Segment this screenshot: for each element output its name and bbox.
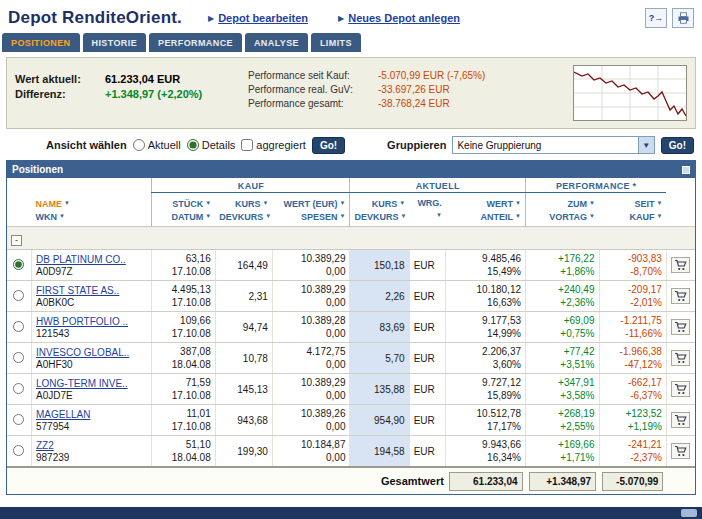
header-tools: ?→ <box>645 8 694 28</box>
tab-historie[interactable]: HISTORIE <box>83 33 147 52</box>
group-collapse-row: - <box>7 227 695 250</box>
arrow-right-icon: ▶ <box>208 14 214 23</box>
zum-vortag-value: +176,22 <box>530 252 594 265</box>
column-header-wert-spesen[interactable]: WERT (EUR)▼ SPESEN▼ <box>272 193 350 227</box>
select-position-radio[interactable] <box>13 290 24 301</box>
seit-kauf-value: +123,52 <box>604 407 662 420</box>
position-wkn: 577954 <box>36 421 147 432</box>
view-options-row: Ansicht wählen Aktuell Details aggregier… <box>46 136 694 154</box>
position-row: MAGELLAN577954 11,0117.10.08 943,68 10.3… <box>7 405 695 436</box>
position-name-link[interactable]: ZZ2 <box>36 440 54 451</box>
sort-icon: ▼ <box>205 200 211 206</box>
radio-details[interactable]: Details <box>187 139 236 151</box>
column-header-seit-kauf[interactable]: SEIT▼ KAUF▼ <box>599 193 666 227</box>
waehrung-value: EUR <box>409 281 446 312</box>
sort-icon: ▼ <box>265 213 271 219</box>
position-name-link[interactable]: MAGELLAN <box>36 409 90 420</box>
gruppieren-select[interactable]: Keine Gruppierung ▼ <box>452 136 654 154</box>
order-cart-icon[interactable] <box>671 257 690 273</box>
wert-kauf-value: 10.389,29 <box>277 252 346 265</box>
checkbox-aggregiert[interactable]: aggregiert <box>241 139 306 151</box>
select-position-radio[interactable] <box>13 383 24 394</box>
select-position-radio[interactable] <box>13 445 24 456</box>
tab-positionen[interactable]: POSITIONEN <box>2 33 80 52</box>
performance-chart-thumbnail <box>573 65 687 121</box>
seit-kauf-pct: -2,37% <box>604 451 662 464</box>
position-name-link[interactable]: INVESCO GLOBAL.. <box>36 347 129 358</box>
position-wkn: 987239 <box>36 452 147 463</box>
position-name-link[interactable]: HWB PORTFOLIO .. <box>36 316 128 327</box>
differenz-value: +1.348,97 (+2,20%) <box>105 88 202 100</box>
select-position-radio[interactable] <box>13 352 24 363</box>
stueck-value: 4.495,13 <box>156 283 210 296</box>
seit-kauf-pct: -47,12% <box>604 358 662 371</box>
position-name-link[interactable]: DB PLATINUM CO.. <box>36 254 126 265</box>
column-header-zum-vortag[interactable]: ZUM▼ VORTAG▼ <box>526 193 599 227</box>
column-group-kauf: KAUF <box>152 178 350 193</box>
stueck-value: 63,16 <box>156 252 210 265</box>
order-cart-icon[interactable] <box>671 443 690 459</box>
column-header-kurs-devkurs-aktuell[interactable]: KURS▼ DEVKURS▼ <box>350 193 409 227</box>
order-cart-icon[interactable] <box>671 412 690 428</box>
wert-kauf-value: 10.389,29 <box>277 283 346 296</box>
order-cart-icon[interactable] <box>671 350 690 366</box>
kurs-aktuell-value: 194,58 <box>354 445 404 458</box>
printer-icon[interactable] <box>672 8 694 28</box>
go-button-view[interactable]: Go! <box>312 137 345 154</box>
positions-table: KAUF AKTUELL PERFORMANCE * NAME▼ WKN▼ ST… <box>7 178 695 494</box>
anteil-value: 16,63% <box>450 296 521 309</box>
select-position-radio[interactable] <box>13 259 24 270</box>
tab-analyse[interactable]: ANALYSE <box>245 33 308 52</box>
gesamtwert-label: Gesamtwert <box>350 467 446 494</box>
position-row: LONG-TERM INVE..A0JD7E 71,5917.10.08 145… <box>7 374 695 405</box>
summary-performance: Performance seit Kauf: -5.070,99 EUR (-7… <box>248 65 565 112</box>
column-header-name-wkn[interactable]: NAME▼ WKN▼ <box>31 193 151 227</box>
zum-vortag-value: +169,66 <box>530 438 594 451</box>
position-row: ZZ2987239 51,1018.04.08 199,30 10.184,87… <box>7 436 695 468</box>
stueck-value: 51,10 <box>156 438 210 451</box>
help-icon[interactable]: ?→ <box>645 8 667 28</box>
aggregiert-checkbox-input[interactable] <box>241 139 253 151</box>
position-name-link[interactable]: LONG-TERM INVE.. <box>36 378 128 389</box>
column-header-kurs-devkurs-kauf[interactable]: KURS▼ DEVKURS▼ <box>215 193 272 227</box>
zum-vortag-value: +268,19 <box>530 407 594 420</box>
order-cart-icon[interactable] <box>671 288 690 304</box>
select-position-radio[interactable] <box>13 414 24 425</box>
stueck-value: 71,59 <box>156 376 210 389</box>
edit-depot-link[interactable]: Depot bearbeiten <box>218 12 308 24</box>
radio-details-input[interactable] <box>187 139 199 151</box>
zum-vortag-pct: +3,51% <box>530 358 594 371</box>
position-wkn: 121543 <box>36 328 147 339</box>
radio-aktuell[interactable]: Aktuell <box>133 139 181 151</box>
select-position-radio[interactable] <box>13 321 24 332</box>
anteil-value: 15,89% <box>450 389 521 402</box>
position-name-link[interactable]: FIRST STATE AS.. <box>36 285 119 296</box>
performance-seit-kauf-label: Performance seit Kauf: <box>248 70 378 81</box>
position-row: FIRST STATE AS..A0BK0C 4.495,1317.10.08 … <box>7 281 695 312</box>
tab-limits[interactable]: LIMITS <box>311 33 361 52</box>
wert-aktuell-label: Wert aktuell: <box>15 73 105 85</box>
kurs-kauf-value: 199,30 <box>220 445 268 458</box>
depot-positions-page: Depot RenditeOrient. ▶ Depot bearbeiten … <box>0 0 702 519</box>
new-depot-link[interactable]: Neues Depot anlegen <box>348 12 460 24</box>
collapse-icon[interactable]: - <box>11 235 22 246</box>
go-button-group[interactable]: Go! <box>661 137 694 154</box>
radio-aktuell-input[interactable] <box>133 139 145 151</box>
zum-vortag-pct: +0,75% <box>530 327 594 340</box>
column-header-wert-anteil[interactable]: WERT▼ ANTEIL▼ <box>446 193 526 227</box>
zum-vortag-value: +347,91 <box>530 376 594 389</box>
gesamtwert-seit-kauf: -5.070,99 <box>602 472 663 491</box>
anteil-value: 3,60% <box>450 358 521 371</box>
sort-icon: ▼ <box>399 200 405 206</box>
sort-icon: ▼ <box>656 200 662 206</box>
minimize-icon[interactable] <box>682 166 690 174</box>
column-header-wrg[interactable]: WRG. ▼ <box>409 193 446 227</box>
order-cart-icon[interactable] <box>671 319 690 335</box>
tab-performance[interactable]: PERFORMANCE <box>149 33 242 52</box>
wert-kauf-value: 10.389,28 <box>277 314 346 327</box>
wert-aktuell-value: 9.177,53 <box>450 314 521 327</box>
spesen-value: 0,00 <box>277 420 346 433</box>
column-header-stueck-datum[interactable]: STÜCK▼ DATUM▼ <box>152 193 215 227</box>
seit-kauf-value: -903,83 <box>604 252 662 265</box>
order-cart-icon[interactable] <box>671 381 690 397</box>
